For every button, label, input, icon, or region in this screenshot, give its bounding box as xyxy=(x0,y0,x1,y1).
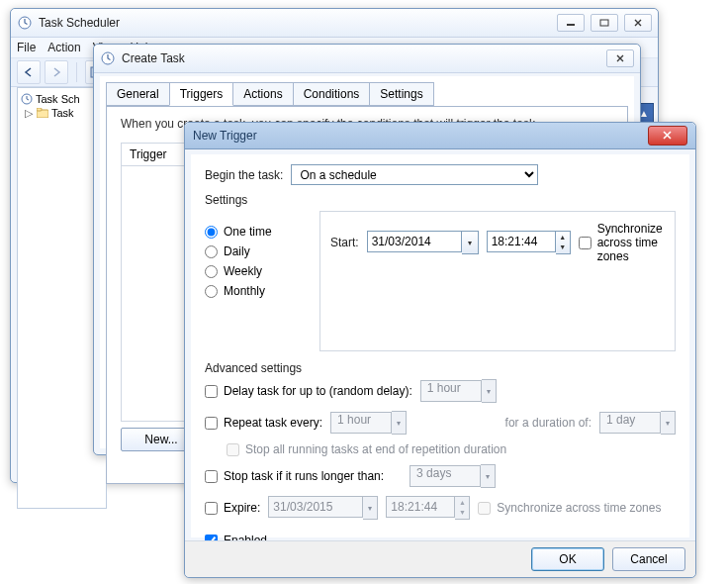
radio-monthly[interactable]: Monthly xyxy=(205,284,304,298)
stop-longer-combo: 3 days▾ xyxy=(410,464,496,488)
clock-icon xyxy=(20,92,34,106)
tab-conditions[interactable]: Conditions xyxy=(293,82,371,106)
dialog-title: New Trigger xyxy=(193,129,257,143)
time-spinner[interactable]: ▲▼ xyxy=(556,231,571,254)
menu-file[interactable]: File xyxy=(17,41,36,54)
expire-time-input xyxy=(386,496,455,518)
tab-strip: General Triggers Actions Conditions Sett… xyxy=(106,82,628,106)
chevron-down-icon: ▾ xyxy=(481,464,496,488)
begin-task-select[interactable]: On a schedule xyxy=(291,164,538,185)
duration-combo: 1 day▾ xyxy=(599,411,676,435)
dialog-body: Begin the task: On a schedule Settings O… xyxy=(191,154,689,537)
window-title: Create Task xyxy=(122,51,185,65)
folder-icon xyxy=(36,106,49,120)
dialog-footer: OK Cancel xyxy=(185,540,695,577)
chevron-down-icon: ▾ xyxy=(661,411,676,435)
back-button[interactable] xyxy=(17,60,41,84)
svg-rect-9 xyxy=(37,108,42,111)
expire-sync-checkbox: Synchronize across time zones xyxy=(478,501,661,515)
clock-icon xyxy=(17,15,33,31)
minimize-button[interactable] xyxy=(557,14,585,32)
calendar-dropdown-icon: ▾ xyxy=(363,496,378,520)
svg-rect-2 xyxy=(600,20,608,26)
delay-combo: 1 hour▾ xyxy=(420,379,497,403)
window-title: Task Scheduler xyxy=(39,16,120,30)
sync-timezone-checkbox[interactable]: Synchronize across time zones xyxy=(579,222,665,263)
title-bar[interactable]: New Trigger xyxy=(185,123,695,149)
chevron-down-icon: ▾ xyxy=(392,411,407,435)
tab-general[interactable]: General xyxy=(106,82,170,106)
chevron-right-icon[interactable]: ▷ xyxy=(24,107,34,120)
clock-icon xyxy=(100,50,116,66)
duration-label: for a duration of: xyxy=(505,416,592,430)
tab-triggers[interactable]: Triggers xyxy=(169,82,234,106)
tree-child[interactable]: ▷ Task xyxy=(20,106,104,120)
new-trigger-dialog: New Trigger Begin the task: On a schedul… xyxy=(184,122,696,578)
expire-date-input xyxy=(268,496,363,518)
radio-one-time[interactable]: One time xyxy=(205,225,304,239)
advanced-settings-label: Advanced settings xyxy=(205,361,676,375)
maximize-button[interactable] xyxy=(591,14,618,32)
close-button[interactable] xyxy=(624,14,652,32)
radio-daily[interactable]: Daily xyxy=(205,244,304,258)
expire-checkbox[interactable]: Expire: xyxy=(205,501,260,515)
menu-action[interactable]: Action xyxy=(47,41,80,54)
begin-task-label: Begin the task: xyxy=(205,168,283,182)
repeat-combo: 1 hour▾ xyxy=(330,411,407,435)
start-time-input[interactable] xyxy=(487,231,556,252)
schedule-details-panel: Start: ▾ ▲▼ Synchronize across time zone… xyxy=(319,211,676,351)
tree-child-label: Task xyxy=(51,107,74,119)
tab-actions[interactable]: Actions xyxy=(232,82,293,106)
settings-group-label: Settings xyxy=(205,193,676,207)
svg-rect-1 xyxy=(567,24,575,26)
close-button[interactable] xyxy=(648,126,687,146)
tree-root-label: Task Sch xyxy=(36,93,80,105)
start-date-input[interactable] xyxy=(367,231,462,252)
title-bar[interactable]: Task Scheduler xyxy=(11,9,658,38)
time-spinner: ▲▼ xyxy=(455,496,470,520)
stop-longer-checkbox[interactable]: Stop task if it runs longer than: xyxy=(205,469,384,483)
start-label: Start: xyxy=(330,236,359,249)
ok-button[interactable]: OK xyxy=(531,547,604,571)
toolbar-divider xyxy=(76,62,77,82)
repeat-checkbox[interactable]: Repeat task every: xyxy=(205,416,322,430)
title-bar[interactable]: Create Task xyxy=(94,45,640,73)
tab-settings[interactable]: Settings xyxy=(369,82,433,106)
chevron-down-icon: ▾ xyxy=(482,379,497,403)
tree-root[interactable]: Task Sch xyxy=(20,92,104,106)
schedule-frequency-group: One time Daily Weekly Monthly xyxy=(205,211,304,351)
calendar-dropdown-icon[interactable]: ▾ xyxy=(462,231,479,254)
forward-button[interactable] xyxy=(45,60,68,84)
radio-weekly[interactable]: Weekly xyxy=(205,264,304,278)
close-button[interactable] xyxy=(606,49,634,67)
column-trigger[interactable]: Trigger xyxy=(122,144,175,165)
delay-checkbox[interactable]: Delay task for up to (random delay): xyxy=(205,384,412,398)
cancel-button[interactable]: Cancel xyxy=(612,547,685,571)
stop-at-end-checkbox: Stop all running tasks at end of repetit… xyxy=(227,442,506,456)
